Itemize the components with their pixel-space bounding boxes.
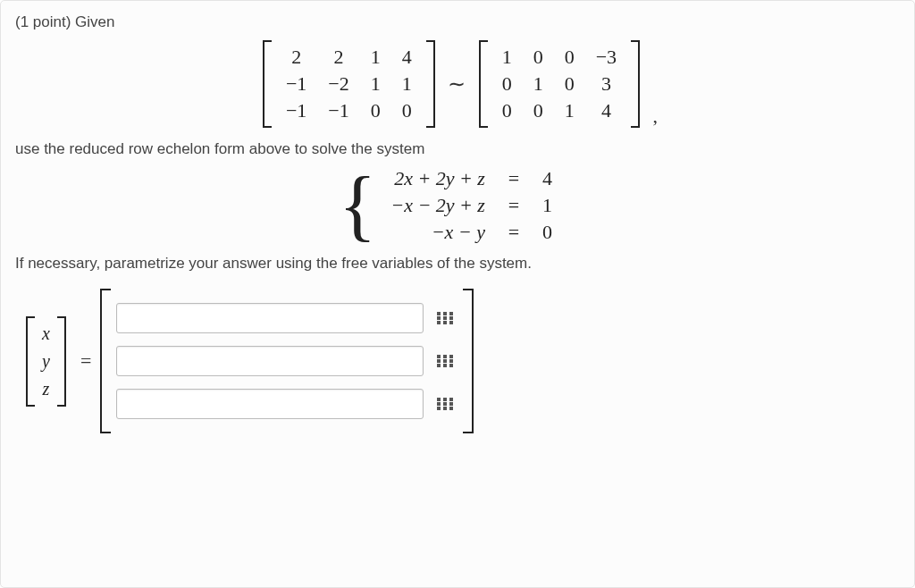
points-label: (1 point) Given xyxy=(15,13,900,31)
matrix-a: 2214 −1−211 −1−100 xyxy=(263,40,435,128)
row-equivalent-symbol: ∼ xyxy=(448,71,466,97)
svg-rect-26 xyxy=(449,407,453,410)
svg-rect-1 xyxy=(443,312,447,315)
keypad-button-z[interactable] xyxy=(432,392,458,416)
svg-rect-2 xyxy=(449,312,453,315)
svg-rect-18 xyxy=(437,398,441,401)
keypad-icon xyxy=(437,355,453,367)
svg-rect-15 xyxy=(437,364,441,367)
svg-rect-11 xyxy=(449,355,453,358)
instruction-use-rref: use the reduced row echelon form above t… xyxy=(15,140,900,158)
svg-rect-5 xyxy=(449,316,453,320)
instruction-parametrize: If necessary, parametrize your answer us… xyxy=(15,255,900,273)
svg-rect-24 xyxy=(437,407,441,410)
svg-rect-9 xyxy=(437,355,441,358)
variable-vector: x y z xyxy=(26,316,66,407)
answer-area: x y z = xyxy=(21,289,900,433)
svg-rect-8 xyxy=(449,321,453,324)
keypad-button-x[interactable] xyxy=(432,307,458,330)
svg-rect-20 xyxy=(449,398,453,401)
equation-system: { 2x + 2y + z = 4 −x − 2y + z = 1 −x − y xyxy=(15,165,900,246)
matrix-rref: 100−3 0103 0014 xyxy=(479,40,640,128)
keypad-icon xyxy=(437,398,453,410)
svg-rect-0 xyxy=(437,312,441,315)
svg-rect-14 xyxy=(449,359,453,363)
trailing-comma: , xyxy=(653,105,659,128)
keypad-icon xyxy=(437,312,453,324)
answer-y-input[interactable] xyxy=(116,346,424,376)
svg-rect-4 xyxy=(443,316,447,320)
svg-rect-16 xyxy=(443,364,447,367)
left-brace-icon: { xyxy=(339,165,376,246)
svg-rect-25 xyxy=(443,407,447,410)
svg-rect-13 xyxy=(443,359,447,363)
svg-rect-7 xyxy=(443,321,447,324)
svg-rect-3 xyxy=(437,316,441,320)
svg-rect-22 xyxy=(443,402,447,406)
given-matrices: 2214 −1−211 −1−100 ∼ 100−3 0103 xyxy=(15,40,900,128)
equals-sign: = xyxy=(80,349,91,373)
svg-rect-6 xyxy=(437,321,441,324)
svg-rect-17 xyxy=(449,364,453,367)
answer-x-input[interactable] xyxy=(116,303,424,333)
answer-vector xyxy=(100,289,474,433)
svg-rect-21 xyxy=(437,402,441,406)
svg-rect-19 xyxy=(443,398,447,401)
svg-rect-10 xyxy=(443,355,447,358)
keypad-button-y[interactable] xyxy=(432,349,458,373)
answer-z-input[interactable] xyxy=(116,389,424,419)
problem-container: (1 point) Given 2214 −1−211 −1−100 ∼ xyxy=(0,0,915,588)
svg-rect-12 xyxy=(437,359,441,363)
svg-rect-23 xyxy=(449,402,453,406)
